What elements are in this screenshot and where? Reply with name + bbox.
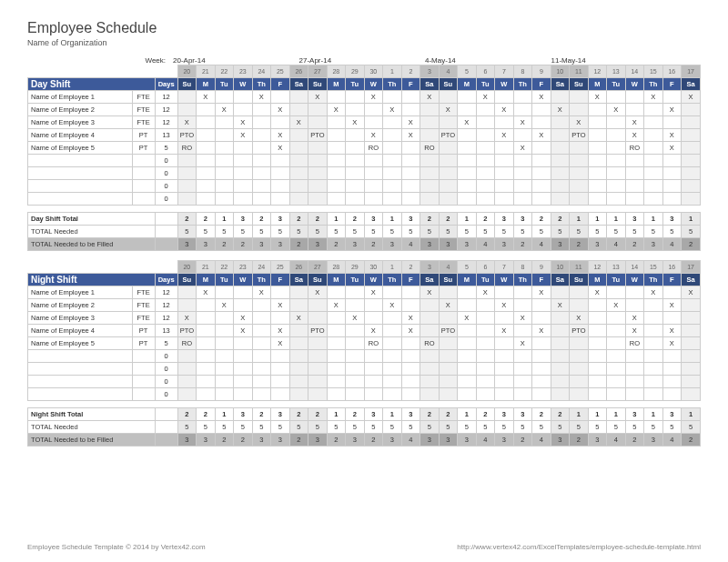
day-cell	[513, 325, 532, 337]
day-cell: PTO	[177, 129, 197, 142]
day-cell	[607, 142, 626, 155]
day-cell	[289, 325, 308, 337]
day-cell	[532, 363, 551, 376]
day-cell: X	[364, 91, 383, 104]
blank	[155, 261, 177, 274]
day-cell: 1	[570, 213, 589, 226]
day-cell	[625, 180, 644, 193]
day-cell: X	[252, 286, 271, 299]
date-num: 14	[625, 65, 644, 78]
day-cell	[495, 91, 514, 104]
day-cell	[289, 142, 308, 155]
date-num: 12	[588, 65, 607, 78]
day-cell	[476, 180, 495, 193]
day-cell	[662, 388, 682, 401]
day-cell	[327, 286, 346, 299]
day-cell	[551, 388, 570, 401]
blank-days: 0	[155, 193, 177, 206]
dow-cell: Su	[177, 78, 197, 91]
footer-left: Employee Schedule Template © 2014 by Ver…	[27, 543, 206, 551]
employee-type: FTE	[132, 312, 155, 325]
day-cell	[588, 312, 607, 325]
day-cell	[420, 180, 440, 193]
day-cell	[588, 299, 607, 312]
date-num: 23	[234, 261, 253, 274]
day-cell: X	[346, 312, 365, 325]
day-cell: X	[644, 91, 663, 104]
day-cell	[570, 104, 589, 116]
day-cell	[327, 155, 346, 167]
day-cell	[662, 312, 682, 325]
blank-days: 0	[155, 155, 177, 167]
day-cell: 5	[215, 226, 234, 238]
needed-label: TOTAL Needed	[28, 421, 156, 434]
employee-days: 5	[155, 142, 177, 155]
day-cell: 3	[364, 213, 383, 226]
date-num: 28	[327, 261, 346, 274]
day-cell	[327, 180, 346, 193]
day-cell: X	[346, 116, 365, 129]
day-cell: X	[234, 325, 253, 337]
day-cell	[177, 388, 197, 401]
day-cell	[458, 325, 477, 337]
day-cell	[570, 167, 589, 180]
date-num: 13	[607, 65, 626, 78]
day-cell	[289, 180, 308, 193]
day-cell	[346, 376, 365, 388]
day-cell: 5	[644, 421, 663, 434]
day-cell: 2	[476, 408, 495, 421]
day-cell: 2	[570, 238, 589, 251]
day-cell: 2	[420, 408, 440, 421]
day-cell	[644, 155, 663, 167]
day-cell	[177, 193, 197, 206]
dow-cell: M	[197, 78, 216, 91]
day-cell: 5	[346, 421, 365, 434]
day-cell	[682, 142, 701, 155]
day-cell: 3	[495, 213, 514, 226]
day-cell	[682, 155, 701, 167]
day-cell	[625, 388, 644, 401]
day-cell: 5	[177, 421, 197, 434]
day-cell: X	[271, 104, 290, 116]
day-cell	[252, 337, 271, 350]
fill-label: TOTAL Needed to be Filled	[28, 238, 156, 251]
day-cell: 1	[588, 408, 607, 421]
day-cell	[383, 155, 402, 167]
day-cell: 2	[234, 238, 253, 251]
day-cell	[682, 116, 701, 129]
day-cell: 3	[513, 213, 532, 226]
date-num: 10	[551, 261, 570, 274]
day-cell	[420, 104, 440, 116]
employee-type: FTE	[132, 299, 155, 312]
day-cell	[644, 180, 663, 193]
day-cell	[252, 104, 271, 116]
day-cell: 3	[495, 408, 514, 421]
day-cell: X	[401, 312, 420, 325]
day-cell: X	[271, 325, 290, 337]
day-cell: 4	[401, 434, 420, 447]
day-cell: 4	[532, 434, 551, 447]
date-num: 25	[271, 261, 290, 274]
day-cell: 3	[420, 238, 440, 251]
day-cell	[476, 325, 495, 337]
day-cell: 2	[215, 434, 234, 447]
day-cell: 2	[289, 408, 308, 421]
day-cell	[234, 299, 253, 312]
day-cell: 4	[401, 238, 420, 251]
day-cell	[551, 350, 570, 363]
day-cell	[551, 193, 570, 206]
day-cell	[346, 129, 365, 142]
day-cell: X	[308, 91, 328, 104]
employee-days: 12	[155, 116, 177, 129]
day-cell	[346, 167, 365, 180]
day-cell	[495, 376, 514, 388]
day-cell: 1	[682, 213, 701, 226]
day-cell: RO	[364, 142, 383, 155]
day-cell	[401, 142, 420, 155]
day-cell: 5	[234, 421, 253, 434]
day-cell: 1	[458, 408, 477, 421]
day-cell	[346, 91, 365, 104]
day-cell	[197, 116, 216, 129]
day-cell	[383, 193, 402, 206]
day-cell: 1	[607, 408, 626, 421]
